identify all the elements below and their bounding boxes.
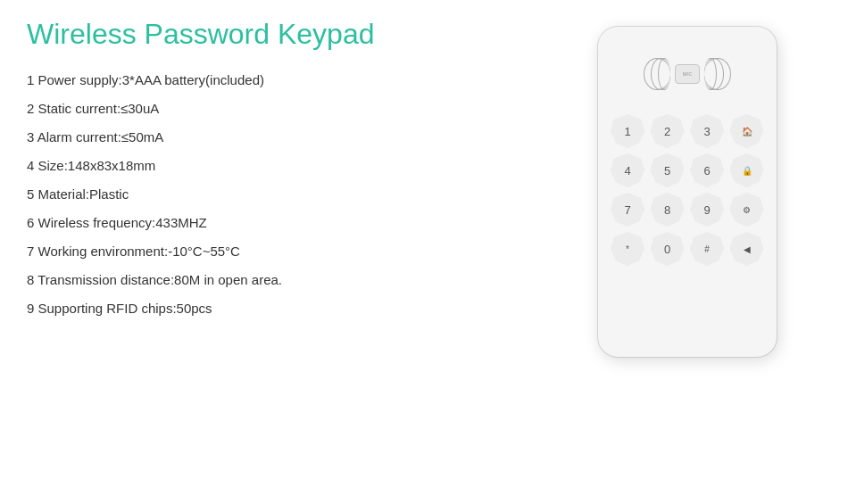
spec-item: 2 Static current:≤30uA [27,99,536,118]
key-0[interactable]: 0 [651,232,685,266]
specs-list: 1 Power supply:3*AAA battery(included)2 … [27,70,536,318]
page-title: Wireless Password Keypad [27,18,536,51]
key-11[interactable]: ⚙ [730,193,764,227]
spec-item: 3 Alarm current:≤50mA [27,128,536,146]
key-3[interactable]: 3 [690,114,724,148]
wave-left-1 [658,58,670,90]
key-1[interactable]: 1 [611,114,644,148]
spec-item: 8 Transmission distance:80M in open area… [27,270,536,289]
spec-item: 9 Supporting RFID chips:50pcs [27,299,536,318]
spec-item: 5 Material:Plastic [27,185,536,203]
key-15[interactable]: ◀ [730,232,764,266]
key-7[interactable]: 7 [611,193,644,227]
rfid-waves [638,50,736,99]
key-8[interactable]: 8 [651,193,685,227]
keypad-device: 123🏠456🔒789⚙*0#◀ [598,27,777,357]
right-panel: 123🏠456🔒789⚙*0#◀ [553,18,821,357]
key-7[interactable]: 🔒 [730,153,764,187]
keypad-grid: 123🏠456🔒789⚙*0#◀ [611,114,764,266]
key-14[interactable]: # [690,232,724,266]
spec-item: 6 Wireless frequency:433MHZ [27,213,536,232]
key-4[interactable]: 4 [611,153,644,187]
rfid-area [611,43,764,105]
key-5[interactable]: 5 [651,153,685,187]
wave-right-3 [704,58,731,90]
spec-item: 7 Working environment:-10°C~55°C [27,242,536,260]
spec-item: 4 Size:148x83x18mm [27,156,536,175]
spec-item: 1 Power supply:3*AAA battery(included) [27,70,536,89]
key-3[interactable]: 🏠 [730,114,764,148]
rfid-card [675,64,700,84]
left-panel: Wireless Password Keypad 1 Power supply:… [27,18,553,327]
key-2[interactable]: 2 [651,114,685,148]
key-12[interactable]: * [611,232,644,266]
key-9[interactable]: 9 [690,193,724,227]
key-6[interactable]: 6 [690,153,724,187]
